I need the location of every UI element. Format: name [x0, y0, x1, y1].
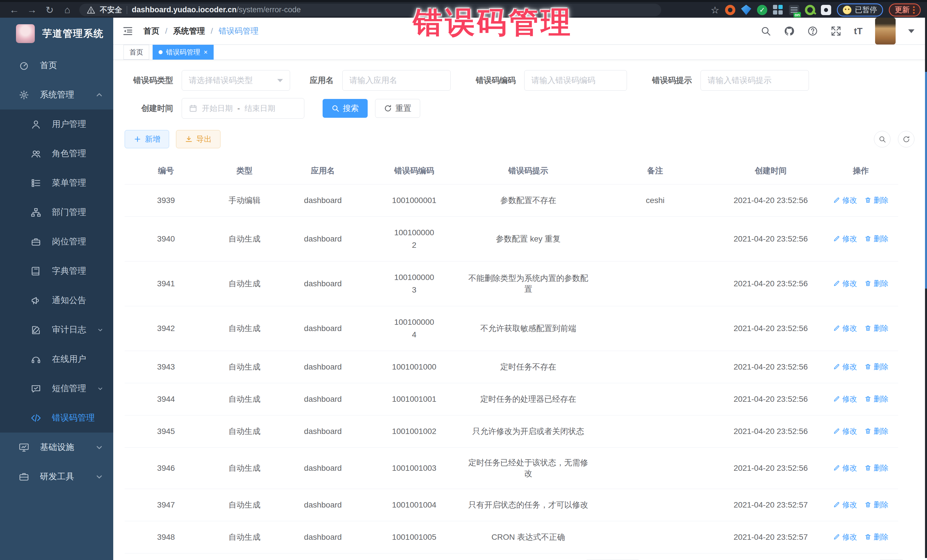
user-avatar[interactable] — [875, 18, 896, 44]
delete-link[interactable]: 删除 — [865, 362, 889, 372]
sidebar-item-infra[interactable]: 基础设施 — [0, 433, 113, 462]
close-icon[interactable]: × — [204, 49, 208, 56]
date-range-picker[interactable]: 开始日期 - 结束日期 — [182, 98, 304, 118]
type-select[interactable]: 请选择错误码类型 — [182, 70, 290, 91]
sidebar-item-system[interactable]: 系统管理 — [0, 80, 113, 109]
edit-link[interactable]: 修改 — [833, 279, 857, 288]
cell-time: 2021-04-20 23:52:57 — [718, 489, 824, 521]
header-search-icon[interactable] — [760, 26, 771, 36]
sidebar-item-home[interactable]: 首页 — [0, 51, 113, 80]
audit-icon — [31, 325, 41, 335]
sidebar-item-notice[interactable]: 通知公告 — [0, 286, 113, 315]
toggle-search-button[interactable] — [874, 131, 891, 147]
sidebar-item-audit[interactable]: 审计日志 — [0, 315, 113, 344]
browser-menu-icon[interactable] — [913, 6, 915, 14]
edit-link[interactable]: 修改 — [833, 463, 857, 473]
extension-switch-icon[interactable]: on — [789, 5, 799, 15]
cell-time: 2021-04-20 23:52:56 — [718, 351, 824, 383]
app-label: 应用名 — [307, 75, 334, 86]
forward-icon[interactable]: → — [24, 4, 40, 16]
delete-link[interactable]: 删除 — [865, 463, 889, 473]
edit-link[interactable]: 修改 — [833, 234, 857, 244]
reset-button[interactable]: 重置 — [375, 99, 420, 118]
delete-link[interactable]: 删除 — [865, 532, 889, 542]
delete-link[interactable]: 删除 — [865, 426, 889, 436]
sidebar-item-dept[interactable]: 部门管理 — [0, 197, 113, 227]
extension-grid-icon[interactable] — [773, 5, 783, 15]
app-input[interactable] — [350, 76, 444, 85]
sidebar-item-label: 角色管理 — [52, 148, 86, 159]
profile-paused-badge[interactable]: 已暂停 — [837, 3, 883, 17]
cell-app: dashboard — [281, 185, 364, 217]
sidebar-item-online[interactable]: 在线用户 — [0, 344, 113, 374]
tab-active-1[interactable]: 错误码管理× — [153, 45, 214, 59]
address-divider — [127, 6, 127, 14]
overlay-annotation-title: 错误码管理 — [413, 3, 573, 43]
extensions-puzzle-icon[interactable] — [821, 5, 831, 15]
code-input[interactable] — [531, 76, 620, 85]
help-icon[interactable] — [807, 26, 818, 36]
edit-link[interactable]: 修改 — [833, 323, 857, 333]
edit-link[interactable]: 修改 — [833, 362, 857, 372]
fullscreen-icon[interactable] — [831, 26, 842, 36]
edit-link[interactable]: 修改 — [833, 500, 857, 510]
address-bar[interactable]: 不安全 dashboard.yudao.iocoder.cn/system/er… — [79, 4, 661, 16]
extension-green-icon[interactable]: ✓ — [757, 5, 767, 15]
reload-icon[interactable]: ↻ — [42, 4, 58, 16]
browser-nav: ← → ↻ ⌂ — [6, 4, 75, 16]
download-icon — [185, 135, 193, 143]
filter-time-group: 创建时间 开始日期 - 结束日期 — [125, 98, 304, 118]
chevron-down-icon — [95, 472, 103, 481]
sidebar-item-sms[interactable]: 短信管理 — [0, 374, 113, 403]
sidebar-item-post[interactable]: 岗位管理 — [0, 227, 113, 256]
extension-key-icon[interactable] — [805, 5, 815, 15]
security-label[interactable]: 不安全 — [100, 5, 122, 15]
cell-code: 1001000001 — [364, 185, 464, 217]
refresh-table-button[interactable] — [898, 131, 915, 147]
bookmark-star-icon[interactable]: ☆ — [711, 4, 719, 16]
sidebar-logo-row[interactable]: 芋道管理系统 — [0, 18, 113, 50]
tab-0[interactable]: 首页 — [123, 45, 149, 59]
delete-link[interactable]: 删除 — [865, 500, 889, 510]
edit-label: 修改 — [842, 279, 857, 288]
edit-link[interactable]: 修改 — [833, 394, 857, 404]
back-icon[interactable]: ← — [6, 4, 22, 16]
delete-link[interactable]: 删除 — [865, 195, 889, 205]
sidebar-item-dict[interactable]: 字典管理 — [0, 256, 113, 286]
cell-app: dashboard — [281, 217, 364, 261]
cell-remark — [593, 306, 718, 351]
delete-link[interactable]: 删除 — [865, 234, 889, 244]
home-icon[interactable]: ⌂ — [59, 4, 75, 16]
hint-input[interactable] — [708, 76, 802, 85]
breadcrumb-system[interactable]: 系统管理 — [173, 26, 205, 36]
edit-link[interactable]: 修改 — [833, 426, 857, 436]
extension-orange-icon[interactable] — [725, 5, 736, 15]
sidebar-item-devtools[interactable]: 研发工具 — [0, 462, 113, 491]
sidebar-item-menu[interactable]: 菜单管理 — [0, 168, 113, 197]
window-scrollbar[interactable] — [925, 18, 927, 558]
edit-label: 修改 — [842, 362, 857, 372]
export-button[interactable]: 导出 — [176, 130, 220, 148]
extension-gem-icon[interactable] — [741, 5, 751, 15]
delete-link[interactable]: 删除 — [865, 394, 889, 404]
sidebar-item-errcode[interactable]: 错误码管理 — [0, 403, 113, 433]
code-input-wrap — [524, 70, 627, 91]
delete-link[interactable]: 删除 — [865, 279, 889, 288]
sidebar-item-role[interactable]: 角色管理 — [0, 139, 113, 168]
sidebar-item-label: 通知公告 — [52, 294, 86, 306]
breadcrumb-home[interactable]: 首页 — [143, 26, 160, 36]
delete-label: 删除 — [874, 426, 889, 436]
browser-update-badge[interactable]: 更新 — [889, 3, 921, 17]
edit-link[interactable]: 修改 — [833, 532, 857, 542]
cell-actions: 修改删除 — [824, 416, 898, 448]
hamburger-icon[interactable] — [122, 25, 134, 37]
avatar-caret-icon[interactable] — [908, 29, 915, 33]
github-icon[interactable] — [784, 26, 795, 36]
url-text[interactable]: dashboard.yudao.iocoder.cn/system/error-… — [132, 5, 301, 14]
add-button[interactable]: 新增 — [125, 130, 169, 148]
sidebar-item-user[interactable]: 用户管理 — [0, 109, 113, 139]
text-size-icon[interactable]: tT — [854, 26, 863, 36]
search-button[interactable]: 搜索 — [322, 99, 368, 118]
delete-link[interactable]: 删除 — [865, 323, 889, 333]
edit-link[interactable]: 修改 — [833, 195, 857, 205]
